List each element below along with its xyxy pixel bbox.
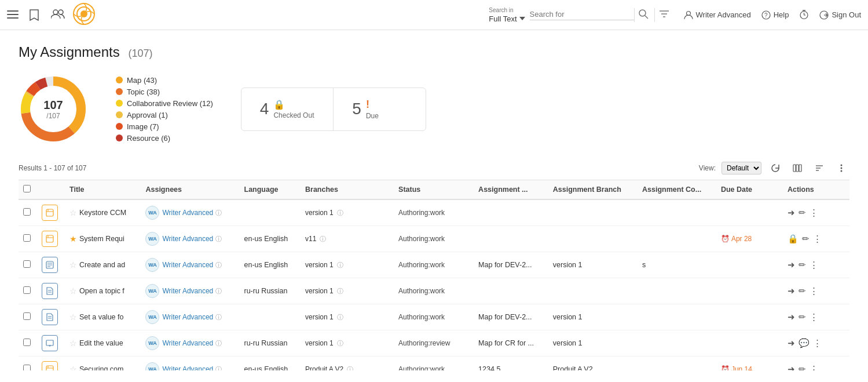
status-header[interactable]: Status	[394, 180, 474, 200]
view-select[interactable]: Default	[721, 162, 761, 174]
title-header[interactable]: Title	[65, 180, 141, 200]
row-language: en-us English	[244, 261, 288, 269]
assignee-name[interactable]: Writer Advanced	[162, 365, 213, 370]
filter-icon[interactable]	[658, 9, 671, 21]
lock-action-icon[interactable]: 🔒	[788, 234, 799, 244]
bookmark-icon[interactable]	[29, 9, 42, 21]
row-title[interactable]: Create and ad	[79, 261, 125, 269]
star-icon[interactable]: ☆	[69, 339, 77, 348]
star-icon[interactable]: ☆	[69, 365, 77, 370]
row-checkbox[interactable]	[23, 234, 31, 242]
logo[interactable]	[73, 3, 95, 27]
star-icon[interactable]: ★	[69, 234, 77, 243]
menu-icon[interactable]	[7, 9, 20, 21]
branch-info-icon[interactable]: ⓘ	[337, 287, 343, 296]
more-icon[interactable]: ⋮	[813, 234, 822, 244]
user-menu[interactable]: Writer Advanced	[684, 10, 751, 20]
row-checkbox[interactable]	[23, 260, 31, 268]
branch-info-icon[interactable]: ⓘ	[337, 261, 343, 270]
select-all-checkbox[interactable]	[23, 185, 31, 192]
row-checkbox[interactable]	[23, 208, 31, 216]
info-icon[interactable]: ⓘ	[215, 287, 222, 296]
assignee-name[interactable]: Writer Advanced	[162, 261, 213, 269]
search-icon[interactable]	[638, 9, 651, 21]
assignment-count: (107)	[128, 48, 152, 59]
assignee-name[interactable]: Writer Advanced	[162, 287, 213, 295]
row-checkbox[interactable]	[23, 312, 31, 320]
row-title[interactable]: Set a value fo	[79, 313, 123, 321]
info-icon[interactable]: ⓘ	[215, 261, 222, 270]
row-checkbox[interactable]	[23, 286, 31, 294]
edit-icon[interactable]: ✏	[799, 260, 806, 270]
star-icon[interactable]: ☆	[69, 208, 77, 217]
info-icon[interactable]: ⓘ	[215, 339, 222, 348]
assignee-name[interactable]: Writer Advanced	[162, 313, 213, 321]
users-icon[interactable]	[51, 9, 64, 21]
star-icon[interactable]: ☆	[69, 260, 77, 270]
forward-icon[interactable]: ➜	[788, 338, 795, 348]
row-title[interactable]: Securing com	[79, 365, 123, 370]
row-branch: version 1	[305, 209, 334, 217]
star-header	[37, 180, 65, 200]
more-icon[interactable]: ⋮	[810, 364, 818, 370]
more-icon[interactable]: ⋮	[813, 338, 822, 348]
edit-icon[interactable]: ✏	[799, 208, 806, 218]
language-header[interactable]: Language	[240, 180, 301, 200]
assignment-header[interactable]: Assignment ...	[474, 180, 548, 200]
row-title[interactable]: Keystore CCM	[79, 209, 126, 217]
row-assignment-cell: Map for CR for ...	[474, 330, 548, 356]
refresh-icon[interactable]	[767, 160, 783, 176]
timer-icon[interactable]	[799, 10, 809, 20]
branch-info-icon[interactable]: ⓘ	[337, 339, 343, 348]
legend-label-image: Image (7)	[127, 122, 159, 131]
assignee-avatar: WA	[145, 206, 159, 220]
columns-icon[interactable]	[789, 160, 805, 176]
assignment-co-header[interactable]: Assignment Co...	[638, 180, 716, 200]
edit-icon[interactable]: ✏	[802, 234, 810, 244]
branch-info-icon[interactable]: ⓘ	[337, 313, 343, 322]
row-title[interactable]: Edit the value	[79, 339, 123, 347]
branch-info-icon[interactable]: ⓘ	[337, 209, 343, 217]
star-icon[interactable]: ☆	[69, 312, 77, 322]
signout-button[interactable]: Sign Out	[819, 10, 861, 20]
info-icon[interactable]: ⓘ	[215, 235, 222, 243]
due-date-header[interactable]: Due Date	[716, 180, 783, 200]
more-icon[interactable]: ⋮	[810, 286, 818, 296]
info-icon[interactable]: ⓘ	[215, 209, 222, 217]
info-icon[interactable]: ⓘ	[215, 313, 222, 322]
help-button[interactable]: ? Help	[761, 10, 789, 20]
more-icon[interactable]: ⋮	[810, 312, 818, 322]
more-icon[interactable]: ⋮	[810, 208, 818, 218]
assignee-name[interactable]: Writer Advanced	[162, 209, 213, 217]
assignees-header[interactable]: Assignees	[141, 180, 239, 200]
forward-icon[interactable]: ➜	[788, 364, 795, 370]
edit-icon[interactable]: ✏	[799, 364, 806, 370]
branch-info-icon[interactable]: ⓘ	[347, 365, 353, 371]
comment-icon[interactable]: 💬	[799, 338, 810, 348]
actions-header: Actions	[783, 180, 849, 200]
forward-icon[interactable]: ➜	[788, 286, 795, 296]
info-icon[interactable]: ⓘ	[215, 365, 222, 371]
row-title[interactable]: System Requi	[79, 235, 124, 243]
forward-icon[interactable]: ➜	[788, 260, 795, 270]
search-input[interactable]	[530, 10, 622, 19]
sort-icon[interactable]	[811, 160, 827, 176]
assignee-name[interactable]: Writer Advanced	[162, 235, 213, 243]
row-checkbox[interactable]	[23, 365, 31, 370]
more-icon[interactable]: ⋮	[810, 260, 818, 270]
forward-icon[interactable]: ➜	[788, 208, 795, 218]
table-container: Title Assignees Language Branches Status…	[19, 180, 849, 370]
assignee-name[interactable]: Writer Advanced	[162, 339, 213, 347]
forward-icon[interactable]: ➜	[788, 312, 795, 322]
edit-icon[interactable]: ✏	[799, 286, 806, 296]
more-options-icon[interactable]	[833, 160, 849, 176]
edit-icon[interactable]: ✏	[799, 312, 806, 322]
topnav-right: Writer Advanced ? Help Sign Out	[684, 10, 861, 20]
search-type-select[interactable]: Full Text	[489, 14, 525, 23]
assignment-branch-header[interactable]: Assignment Branch	[548, 180, 638, 200]
row-checkbox[interactable]	[23, 339, 31, 346]
branches-header[interactable]: Branches	[301, 180, 394, 200]
branch-info-icon[interactable]: ⓘ	[320, 235, 326, 243]
star-icon[interactable]: ☆	[69, 286, 77, 296]
row-title[interactable]: Open a topic f	[79, 287, 124, 295]
